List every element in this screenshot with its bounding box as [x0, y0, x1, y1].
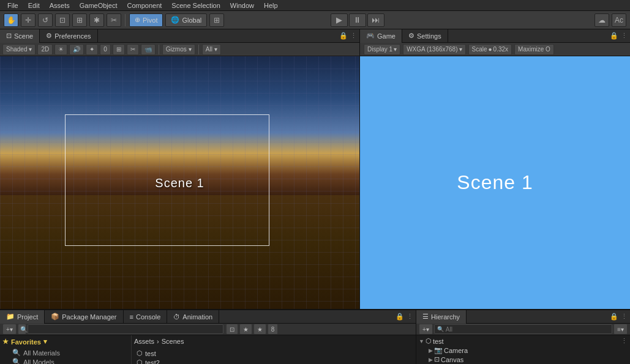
resolution-label: WXGA (1366x768) — [407, 46, 457, 53]
hier-item-test[interactable]: ▼ ⬡ test ⋮ — [416, 336, 630, 346]
menu-component[interactable]: Component — [122, 0, 167, 11]
global-button[interactable]: 🌐 Global — [165, 13, 207, 27]
fx-button[interactable]: ✦ — [86, 44, 98, 55]
scale-label: Scale — [472, 46, 487, 53]
all-label: All — [206, 46, 212, 53]
project-search-icon[interactable]: 🔍 — [18, 324, 26, 335]
scale-value: 0.32x — [493, 46, 508, 53]
tool-rect[interactable]: ⊞ — [72, 13, 87, 27]
fav-materials-label: All Materials — [23, 349, 60, 357]
hierarchy-search-input[interactable] — [446, 326, 609, 333]
scene-lock-icon[interactable]: 🔒 — [339, 32, 348, 40]
hier-lock-icon[interactable]: 🔒 — [610, 313, 618, 321]
pivot-button[interactable]: ⊕ Pivot — [129, 13, 163, 27]
tab-console[interactable]: ≡ Console — [124, 310, 168, 324]
tab-project[interactable]: 📁 Project — [0, 310, 45, 324]
project-more-icon[interactable]: ⋮ — [407, 313, 413, 321]
tab-animation[interactable]: ⏱ Animation — [167, 310, 219, 324]
account-button[interactable]: Ac — [612, 13, 626, 27]
scene-viewport[interactable]: Scene 1 — [0, 56, 359, 309]
hierarchy-search-box[interactable]: 🔍 — [434, 324, 612, 334]
gizmos-button[interactable]: Gizmos ▾ — [162, 44, 195, 55]
fav-item-materials[interactable]: 🔍 All Materials — [2, 348, 129, 357]
hier-tab-label: Hierarchy — [431, 313, 460, 321]
scene-toolbar: Shaded ▾ 2D ☀ 🔊 ✦ 0 ⊞ ✂ 📹 Gizmos ▾ All ▾ — [0, 43, 359, 56]
display-dropdown[interactable]: Display 1 ▾ — [364, 44, 400, 55]
hier-more-icon[interactable]: ⋮ — [621, 313, 628, 321]
game-more-icon[interactable]: ⋮ — [621, 32, 628, 40]
game-lock-icon[interactable]: 🔒 — [610, 32, 618, 40]
menu-scene-selection[interactable]: Scene Selection — [167, 0, 225, 11]
lighting-button[interactable]: ☀ — [54, 44, 67, 55]
menu-help[interactable]: Help — [259, 0, 283, 11]
fav-item-models[interactable]: 🔍 All Models — [2, 357, 129, 364]
hier-item-canvas[interactable]: ▶ ⊡ Canvas — [416, 355, 630, 364]
tool-scale[interactable]: ⊡ — [55, 13, 70, 27]
tool-rotate[interactable]: ↺ — [38, 13, 53, 27]
favorites-panel: ★ Favorites ▾ 🔍 All Materials 🔍 All Mode… — [0, 335, 132, 364]
tool-custom[interactable]: ✂ — [107, 13, 121, 27]
game-viewport[interactable]: Scene 1 — [360, 56, 630, 309]
tool-hand[interactable]: ✋ — [4, 13, 18, 27]
menu-window[interactable]: Window — [225, 0, 259, 11]
asset-test2[interactable]: ⬡ test2 — [134, 358, 413, 364]
project-toolbar: +▾ 🔍 ⊡ ★ ★ 8 — [0, 324, 416, 335]
hier-test-more[interactable]: ⋮ — [621, 337, 628, 345]
project-filter-1[interactable]: ⊡ — [226, 324, 238, 335]
hier-item-camera[interactable]: ▶ 📷 Camera — [416, 346, 630, 355]
resolution-arrow: ▾ — [459, 46, 462, 53]
assets-root[interactable]: Assets — [134, 338, 154, 345]
assets-scenes[interactable]: Scenes — [162, 338, 184, 345]
shading-dropdown[interactable]: Shaded ▾ — [2, 44, 36, 55]
menu-edit[interactable]: Edit — [23, 0, 45, 11]
hierarchy-panel-icons: 🔒 ⋮ — [610, 313, 630, 321]
project-search-box[interactable] — [28, 324, 223, 334]
display-label: Display 1 — [367, 46, 392, 53]
resolution-dropdown[interactable]: WXGA (1366x768) ▾ — [403, 44, 465, 55]
tab-scene[interactable]: ⊡ Scene — [0, 29, 40, 43]
hierarchy-panel: ☰ Hierarchy 🔒 ⋮ +▾ 🔍 ≡▾ ▼ ⬡ test ⋮ — [416, 310, 630, 364]
scene-more-icon[interactable]: ⋮ — [350, 32, 357, 40]
project-search-input[interactable] — [31, 326, 220, 333]
console-icon: ≡ — [130, 313, 133, 321]
tool-move[interactable]: ✛ — [21, 13, 36, 27]
project-filter-2[interactable]: ★ — [239, 324, 252, 335]
scene-tb-6[interactable]: 📹 — [141, 44, 156, 55]
scene-tb-4[interactable]: ⊞ — [113, 44, 125, 55]
project-filter-3[interactable]: ★ — [253, 324, 266, 335]
scene-tb-3[interactable]: 0 — [100, 44, 111, 55]
tab-package-manager[interactable]: 📦 Package Manager — [45, 310, 123, 324]
cloud-button[interactable]: ☁ — [594, 13, 609, 27]
tab-settings[interactable]: ⚙ Settings — [402, 29, 448, 43]
all-button[interactable]: All ▾ — [202, 44, 221, 55]
display-arrow: ▾ — [394, 46, 397, 53]
grid-tool[interactable]: ⊞ — [209, 13, 224, 27]
step-button[interactable]: ⏭ — [367, 13, 384, 27]
play-button[interactable]: ▶ — [331, 13, 348, 27]
tab-hierarchy[interactable]: ☰ Hierarchy — [416, 310, 467, 324]
hierarchy-sort-button[interactable]: ≡▾ — [613, 324, 628, 335]
anim-icon: ⏱ — [173, 313, 180, 321]
maximize-button[interactable]: Maximize O — [514, 44, 554, 55]
project-lock-icon[interactable]: 🔒 — [396, 313, 404, 321]
hier-icon: ☰ — [422, 313, 429, 321]
menu-assets[interactable]: Assets — [45, 0, 75, 11]
2d-button[interactable]: 2D — [37, 44, 53, 55]
project-add-button[interactable]: +▾ — [2, 324, 17, 335]
pause-button[interactable]: ⏸ — [349, 13, 366, 27]
scale-control[interactable]: Scale ● 0.32x — [468, 44, 512, 55]
favorites-header: ★ Favorites ▾ — [2, 338, 129, 346]
tab-preferences[interactable]: ⚙ Preferences — [40, 29, 97, 43]
game-scene-label: Scene 1 — [457, 171, 533, 194]
asset-test[interactable]: ⬡ test — [134, 349, 413, 358]
menu-gameobject[interactable]: GameObject — [75, 0, 122, 11]
tool-transform[interactable]: ✱ — [89, 13, 104, 27]
hierarchy-add-button[interactable]: +▾ — [419, 324, 433, 335]
toolbar: ✋ ✛ ↺ ⊡ ⊞ ✱ ✂ ⊕ Pivot 🌐 Global ⊞ ▶ ⏸ ⏭ ☁… — [0, 11, 630, 29]
menu-file[interactable]: File — [2, 0, 23, 11]
audio-button[interactable]: 🔊 — [69, 44, 84, 55]
game-icon: 🎮 — [366, 32, 375, 40]
scene-tb-5[interactable]: ✂ — [127, 44, 139, 55]
project-tabs: 📁 Project 📦 Package Manager ≡ Console ⏱ … — [0, 310, 416, 324]
tab-game[interactable]: 🎮 Game — [360, 29, 402, 43]
